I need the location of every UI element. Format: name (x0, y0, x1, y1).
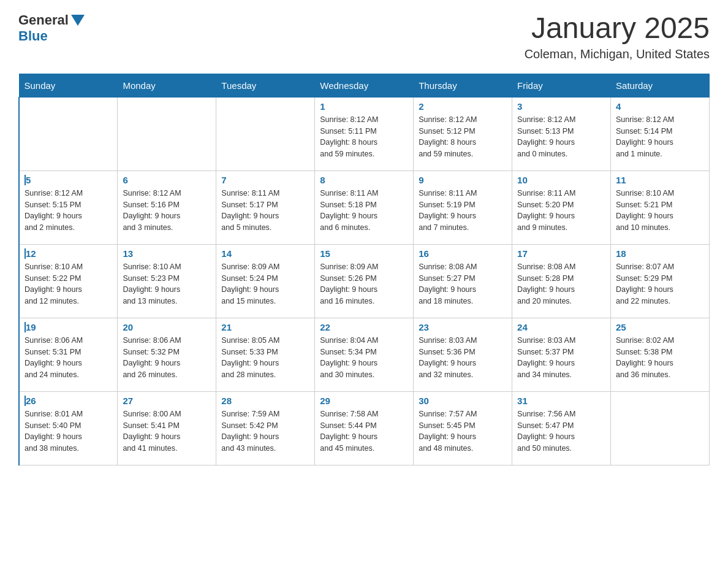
day-number: 13 (123, 248, 211, 259)
logo-blue-text: Blue (18, 28, 48, 44)
day-info: Sunrise: 8:08 AMSunset: 5:28 PMDaylight:… (517, 261, 605, 307)
calendar-cell: 27Sunrise: 8:00 AMSunset: 5:41 PMDayligh… (118, 391, 216, 465)
day-number: 28 (221, 396, 309, 406)
weekday-header-sunday: Sunday (19, 74, 118, 97)
day-number: 14 (221, 248, 309, 259)
calendar-cell: 12Sunrise: 8:10 AMSunset: 5:22 PMDayligh… (19, 244, 118, 318)
day-info: Sunrise: 8:11 AMSunset: 5:20 PMDaylight:… (517, 188, 605, 234)
day-number: 22 (320, 322, 408, 332)
day-number: 3 (517, 101, 605, 112)
calendar-cell: 23Sunrise: 8:03 AMSunset: 5:36 PMDayligh… (414, 318, 512, 391)
day-number: 8 (320, 175, 408, 185)
day-number: 4 (616, 101, 704, 112)
day-info: Sunrise: 8:09 AMSunset: 5:26 PMDaylight:… (320, 261, 408, 307)
day-info: Sunrise: 8:12 AMSunset: 5:11 PMDaylight:… (320, 114, 408, 160)
calendar-cell: 15Sunrise: 8:09 AMSunset: 5:26 PMDayligh… (315, 244, 414, 318)
day-info: Sunrise: 8:02 AMSunset: 5:38 PMDaylight:… (616, 335, 704, 381)
day-info: Sunrise: 8:08 AMSunset: 5:27 PMDaylight:… (419, 261, 507, 307)
logo: General Blue (18, 12, 85, 44)
day-info: Sunrise: 8:06 AMSunset: 5:31 PMDaylight:… (25, 335, 112, 381)
calendar-cell: 7Sunrise: 8:11 AMSunset: 5:17 PMDaylight… (216, 170, 315, 244)
day-info: Sunrise: 8:09 AMSunset: 5:24 PMDaylight:… (221, 261, 309, 307)
day-number: 2 (419, 101, 507, 112)
logo-general-text: General (18, 12, 69, 28)
logo-arrow-icon (71, 15, 85, 26)
day-info: Sunrise: 8:06 AMSunset: 5:32 PMDaylight:… (123, 335, 211, 381)
calendar-cell: 26Sunrise: 8:01 AMSunset: 5:40 PMDayligh… (19, 391, 118, 465)
day-info: Sunrise: 8:11 AMSunset: 5:18 PMDaylight:… (320, 188, 408, 234)
calendar-week-row: 1Sunrise: 8:12 AMSunset: 5:11 PMDaylight… (19, 97, 710, 170)
day-info: Sunrise: 7:57 AMSunset: 5:45 PMDaylight:… (419, 408, 507, 454)
day-info: Sunrise: 8:03 AMSunset: 5:37 PMDaylight:… (517, 335, 605, 381)
calendar-cell: 29Sunrise: 7:58 AMSunset: 5:44 PMDayligh… (315, 391, 414, 465)
month-title: January 2025 (525, 12, 710, 45)
day-number: 12 (25, 248, 112, 259)
calendar-cell: 3Sunrise: 8:12 AMSunset: 5:13 PMDaylight… (512, 97, 611, 170)
day-number: 10 (517, 175, 605, 185)
day-info: Sunrise: 8:10 AMSunset: 5:22 PMDaylight:… (25, 261, 112, 307)
weekday-header-wednesday: Wednesday (315, 74, 414, 97)
calendar-cell: 4Sunrise: 8:12 AMSunset: 5:14 PMDaylight… (611, 97, 710, 170)
calendar-cell: 20Sunrise: 8:06 AMSunset: 5:32 PMDayligh… (118, 318, 216, 391)
title-block: January 2025 Coleman, Michigan, United S… (525, 12, 710, 61)
page-header: General Blue January 2025 Coleman, Michi… (18, 12, 710, 61)
calendar-cell: 9Sunrise: 8:11 AMSunset: 5:19 PMDaylight… (414, 170, 512, 244)
calendar-week-row: 12Sunrise: 8:10 AMSunset: 5:22 PMDayligh… (19, 244, 710, 318)
day-info: Sunrise: 8:01 AMSunset: 5:40 PMDaylight:… (25, 408, 112, 454)
day-info: Sunrise: 8:11 AMSunset: 5:17 PMDaylight:… (221, 188, 309, 234)
day-info: Sunrise: 8:10 AMSunset: 5:23 PMDaylight:… (123, 261, 211, 307)
location-subtitle: Coleman, Michigan, United States (525, 47, 710, 61)
day-number: 20 (123, 322, 211, 332)
day-info: Sunrise: 8:12 AMSunset: 5:16 PMDaylight:… (123, 188, 211, 234)
calendar-cell: 11Sunrise: 8:10 AMSunset: 5:21 PMDayligh… (611, 170, 710, 244)
calendar-cell: 5Sunrise: 8:12 AMSunset: 5:15 PMDaylight… (19, 170, 118, 244)
day-info: Sunrise: 7:59 AMSunset: 5:42 PMDaylight:… (221, 408, 309, 454)
day-number: 26 (25, 396, 112, 406)
calendar-cell: 8Sunrise: 8:11 AMSunset: 5:18 PMDaylight… (315, 170, 414, 244)
calendar-cell (19, 97, 118, 170)
calendar-cell: 6Sunrise: 8:12 AMSunset: 5:16 PMDaylight… (118, 170, 216, 244)
calendar-week-row: 19Sunrise: 8:06 AMSunset: 5:31 PMDayligh… (19, 318, 710, 391)
calendar-cell: 16Sunrise: 8:08 AMSunset: 5:27 PMDayligh… (414, 244, 512, 318)
calendar-cell: 1Sunrise: 8:12 AMSunset: 5:11 PMDaylight… (315, 97, 414, 170)
day-number: 19 (25, 322, 112, 332)
calendar-cell: 17Sunrise: 8:08 AMSunset: 5:28 PMDayligh… (512, 244, 611, 318)
day-number: 30 (419, 396, 507, 406)
weekday-header-thursday: Thursday (414, 74, 512, 97)
day-info: Sunrise: 8:10 AMSunset: 5:21 PMDaylight:… (616, 188, 704, 234)
day-info: Sunrise: 7:56 AMSunset: 5:47 PMDaylight:… (517, 408, 605, 454)
weekday-header-monday: Monday (118, 74, 216, 97)
day-number: 9 (419, 175, 507, 185)
day-number: 24 (517, 322, 605, 332)
calendar-cell (611, 391, 710, 465)
calendar-cell: 18Sunrise: 8:07 AMSunset: 5:29 PMDayligh… (611, 244, 710, 318)
day-info: Sunrise: 8:00 AMSunset: 5:41 PMDaylight:… (123, 408, 211, 454)
calendar-cell: 25Sunrise: 8:02 AMSunset: 5:38 PMDayligh… (611, 318, 710, 391)
weekday-header-friday: Friday (512, 74, 611, 97)
day-number: 7 (221, 175, 309, 185)
weekday-header-row: SundayMondayTuesdayWednesdayThursdayFrid… (19, 74, 710, 97)
calendar-cell: 30Sunrise: 7:57 AMSunset: 5:45 PMDayligh… (414, 391, 512, 465)
day-info: Sunrise: 7:58 AMSunset: 5:44 PMDaylight:… (320, 408, 408, 454)
calendar-cell: 14Sunrise: 8:09 AMSunset: 5:24 PMDayligh… (216, 244, 315, 318)
weekday-header-tuesday: Tuesday (216, 74, 315, 97)
calendar-cell: 13Sunrise: 8:10 AMSunset: 5:23 PMDayligh… (118, 244, 216, 318)
day-number: 16 (419, 248, 507, 259)
day-number: 25 (616, 322, 704, 332)
day-info: Sunrise: 8:12 AMSunset: 5:15 PMDaylight:… (25, 188, 112, 234)
day-number: 27 (123, 396, 211, 406)
day-info: Sunrise: 8:12 AMSunset: 5:13 PMDaylight:… (517, 114, 605, 160)
day-info: Sunrise: 8:04 AMSunset: 5:34 PMDaylight:… (320, 335, 408, 381)
day-number: 23 (419, 322, 507, 332)
day-info: Sunrise: 8:03 AMSunset: 5:36 PMDaylight:… (419, 335, 507, 381)
calendar-cell: 31Sunrise: 7:56 AMSunset: 5:47 PMDayligh… (512, 391, 611, 465)
calendar-cell: 10Sunrise: 8:11 AMSunset: 5:20 PMDayligh… (512, 170, 611, 244)
calendar-cell: 22Sunrise: 8:04 AMSunset: 5:34 PMDayligh… (315, 318, 414, 391)
day-info: Sunrise: 8:12 AMSunset: 5:14 PMDaylight:… (616, 114, 704, 160)
day-number: 6 (123, 175, 211, 185)
calendar-cell: 19Sunrise: 8:06 AMSunset: 5:31 PMDayligh… (19, 318, 118, 391)
day-number: 31 (517, 396, 605, 406)
day-number: 11 (616, 175, 704, 185)
day-number: 29 (320, 396, 408, 406)
calendar-cell: 28Sunrise: 7:59 AMSunset: 5:42 PMDayligh… (216, 391, 315, 465)
